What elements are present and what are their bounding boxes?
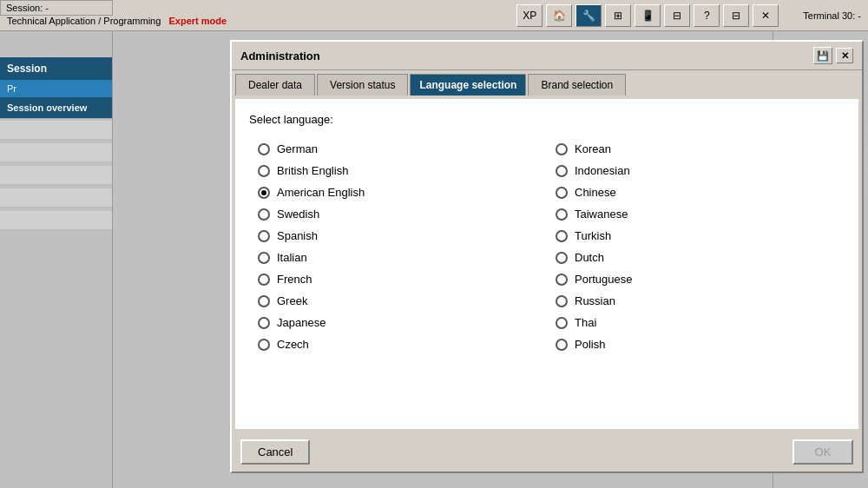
close-button[interactable]: ✕ xyxy=(753,4,779,27)
language-option-british-english[interactable]: British English xyxy=(249,160,547,181)
tool-button[interactable]: 🔧 xyxy=(575,4,602,27)
language-grid: German British English American English xyxy=(249,138,845,355)
language-option-chinese[interactable]: Chinese xyxy=(547,181,845,203)
language-option-spanish[interactable]: Spanish xyxy=(249,225,547,247)
session-bar: Session: - xyxy=(0,0,113,16)
language-label-german: German xyxy=(277,142,318,155)
radio-chinese[interactable] xyxy=(556,187,568,199)
language-option-german[interactable]: German xyxy=(249,138,547,160)
language-option-korean[interactable]: Korean xyxy=(547,138,845,160)
language-label-japanese: Japanese xyxy=(277,316,326,329)
language-option-indonesian[interactable]: Indonesian xyxy=(547,160,845,181)
radio-japanese[interactable] xyxy=(258,317,270,329)
dialog-title: Administration xyxy=(240,49,320,63)
terminal-label: Terminal 30: - xyxy=(803,10,861,21)
radio-swedish[interactable] xyxy=(258,208,270,221)
sidebar-row-3 xyxy=(0,166,112,185)
phone-button[interactable]: 📱 xyxy=(635,4,661,27)
radio-russian[interactable] xyxy=(556,295,568,307)
language-label-polish: Polish xyxy=(575,338,605,351)
ok-button[interactable]: OK xyxy=(792,439,853,465)
sidebar-row-5 xyxy=(0,211,112,230)
language-label-french: French xyxy=(277,273,312,286)
radio-italian[interactable] xyxy=(258,252,270,264)
tab-version-status[interactable]: Version status xyxy=(317,74,408,96)
radio-taiwanese[interactable] xyxy=(556,208,568,221)
main-layout: Session: - Session Pr Session overview A… xyxy=(0,31,868,488)
administration-dialog: Administration 💾 ✕ Dealer data Version s… xyxy=(230,40,864,473)
radio-portuguese[interactable] xyxy=(556,274,568,286)
language-option-swedish[interactable]: Swedish xyxy=(249,203,547,225)
radio-german[interactable] xyxy=(258,143,270,155)
session-label: Session: xyxy=(6,3,43,13)
minus-button[interactable]: ⊟ xyxy=(664,4,690,27)
radio-spanish[interactable] xyxy=(258,230,270,242)
language-option-french[interactable]: French xyxy=(249,268,547,290)
tabs-row: Dealer data Version status Language sele… xyxy=(232,70,862,96)
language-label-turkish: Turkish xyxy=(575,229,611,242)
dialog-close-button[interactable]: ✕ xyxy=(836,48,853,63)
language-column-right: Korean Indonesian Chinese xyxy=(547,138,845,355)
language-label-portuguese: Portuguese xyxy=(575,273,633,286)
session-value: - xyxy=(45,3,49,13)
sidebar-row-4 xyxy=(0,188,112,208)
cancel-button[interactable]: Cancel xyxy=(240,439,310,465)
language-option-taiwanese[interactable]: Taiwanese xyxy=(547,203,845,225)
language-label-chinese: Chinese xyxy=(575,186,616,199)
radio-turkish[interactable] xyxy=(556,230,568,242)
radio-american-english[interactable] xyxy=(258,187,270,199)
grid-button[interactable]: ⊞ xyxy=(605,4,631,27)
min2-button[interactable]: ⊟ xyxy=(723,4,749,27)
language-option-turkish[interactable]: Turkish xyxy=(547,225,845,247)
language-column-left: German British English American English xyxy=(249,138,547,355)
sidebar-row-2 xyxy=(0,143,112,162)
language-option-greek[interactable]: Greek xyxy=(249,290,547,312)
language-option-portuguese[interactable]: Portuguese xyxy=(547,268,845,290)
language-option-italian[interactable]: Italian xyxy=(249,247,547,268)
radio-british-english[interactable] xyxy=(258,165,270,177)
radio-dutch[interactable] xyxy=(556,252,568,264)
sidebar-sub: Pr xyxy=(0,80,112,97)
language-label-czech: Czech xyxy=(277,338,309,351)
language-option-polish[interactable]: Polish xyxy=(547,333,845,355)
language-label-swedish: Swedish xyxy=(277,208,319,221)
radio-czech[interactable] xyxy=(258,339,270,351)
language-option-japanese[interactable]: Japanese xyxy=(249,312,547,333)
tab-brand-selection[interactable]: Brand selection xyxy=(528,74,626,96)
expert-mode-label: Expert mode xyxy=(168,16,227,26)
app-subtitle-text: Technical Application / Programming xyxy=(7,16,161,26)
select-language-label: Select language: xyxy=(249,113,845,126)
language-option-russian[interactable]: Russian xyxy=(547,290,845,312)
sidebar-header: Session xyxy=(0,57,112,80)
language-label-italian: Italian xyxy=(277,251,307,264)
dialog-save-icon[interactable]: 💾 xyxy=(813,47,832,64)
sidebar: Session: - Session Pr Session overview xyxy=(0,31,113,488)
language-option-thai[interactable]: Thai xyxy=(547,312,845,333)
language-label-dutch: Dutch xyxy=(575,251,604,264)
language-label-british-english: British English xyxy=(277,164,348,177)
radio-indonesian[interactable] xyxy=(556,165,568,177)
language-option-czech[interactable]: Czech xyxy=(249,333,547,355)
language-option-dutch[interactable]: Dutch xyxy=(547,247,845,268)
tab-language-selection[interactable]: Language selection xyxy=(410,74,526,96)
radio-thai[interactable] xyxy=(556,317,568,329)
radio-greek[interactable] xyxy=(258,295,270,307)
language-label-taiwanese: Taiwanese xyxy=(575,208,628,221)
radio-polish[interactable] xyxy=(556,339,568,351)
help-button[interactable]: ? xyxy=(694,4,720,27)
language-label-korean: Korean xyxy=(575,142,611,155)
content-area: Administration 💾 ✕ Dealer data Version s… xyxy=(113,31,773,488)
language-option-american-english[interactable]: American English xyxy=(249,181,547,203)
tab-dealer-data[interactable]: Dealer data xyxy=(235,74,315,96)
language-label-spanish: Spanish xyxy=(277,229,318,242)
language-label-thai: Thai xyxy=(575,316,596,329)
sidebar-item-session-overview[interactable]: Session overview xyxy=(0,97,112,119)
home-button[interactable]: 🏠 xyxy=(546,4,572,27)
top-toolbar: Integrated Service Technical Application… xyxy=(0,0,868,31)
xp-button[interactable]: XP xyxy=(516,4,542,27)
sidebar-row-1 xyxy=(0,121,112,140)
radio-korean[interactable] xyxy=(556,143,568,155)
dialog-footer: Cancel OK xyxy=(232,432,862,472)
dialog-body: Select language: German British English xyxy=(235,99,858,429)
radio-french[interactable] xyxy=(258,274,270,286)
